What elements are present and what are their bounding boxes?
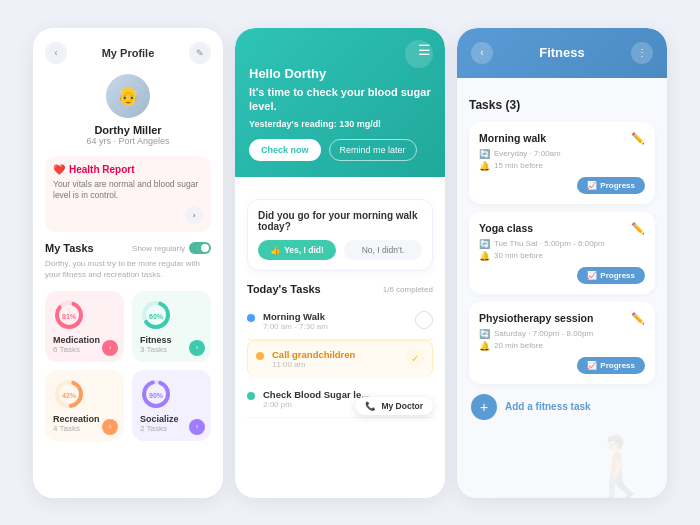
task-name-grandchildren: Call grandchildren xyxy=(272,349,398,360)
ft-edit-physiotherapy[interactable]: ✏️ xyxy=(631,312,645,325)
progress-btn-physiotherapy[interactable]: 📈 Progress xyxy=(577,357,645,374)
add-fitness-button[interactable]: + Add a fitness task xyxy=(469,394,655,420)
fitness-arrow[interactable]: › xyxy=(189,340,205,356)
ft-top-yoga: Yoga class ✏️ xyxy=(479,222,645,235)
today-progress: 1/6 completed xyxy=(383,285,433,294)
task-card-medication[interactable]: 81% Medication 6 Tasks › xyxy=(45,291,124,362)
recreation-arrow[interactable]: › xyxy=(102,419,118,435)
yes-button[interactable]: 👍 Yes, I did! xyxy=(258,240,336,260)
bell-icon-3: 🔔 xyxy=(479,341,490,351)
trend-icon-1: 📈 xyxy=(587,181,597,190)
task-info-morning-walk: Morning Walk 7:00 am - 7:30 am xyxy=(263,311,407,331)
task-card-socialize[interactable]: 90% Socialize 2 Tasks › xyxy=(132,370,211,441)
toggle-label: Show regularly xyxy=(132,244,185,253)
my-doctor-button[interactable]: 📞 My Doctor xyxy=(355,397,433,415)
reading-label: Yesterday's reading: xyxy=(249,119,337,129)
hero-section: ☰ Hello Dorthy It's time to check your b… xyxy=(235,28,445,178)
hero-subtitle: It's time to check your blood sugar leve… xyxy=(249,85,431,114)
recreation-donut: 42% xyxy=(53,378,85,410)
profile-header: ‹ My Profile ✎ xyxy=(45,42,211,64)
today-tasks-list: Morning Walk 7:00 am - 7:30 am Call gran… xyxy=(247,303,433,418)
today-tasks-title: Today's Tasks xyxy=(247,283,321,295)
task-card-recreation[interactable]: 42% Recreation 4 Tasks › xyxy=(45,370,124,441)
fitness-body: Tasks (3) Morning walk ✏️ 🔄 Everyday · 7… xyxy=(457,78,667,498)
ft-reminder-physiotherapy: 🔔 20 min before xyxy=(479,341,645,351)
phone-icon: 📞 xyxy=(365,401,376,411)
fitness-task-yoga: Yoga class ✏️ 🔄 Tue Thu Sat · 5:00pm - 6… xyxy=(469,212,655,294)
back-icon[interactable]: ‹ xyxy=(45,42,67,64)
toggle-dot xyxy=(201,244,209,252)
today-tasks-header: Today's Tasks 1/6 completed xyxy=(247,283,433,295)
task-time-grandchildren: 11:00 am xyxy=(272,360,398,369)
progress-btn-yoga[interactable]: 📈 Progress xyxy=(577,267,645,284)
toggle-switch[interactable] xyxy=(189,242,211,254)
fitness-header: ‹ Fitness ⋮ xyxy=(457,28,667,78)
task-dot-grandchildren xyxy=(256,352,264,360)
fitness-back-button[interactable]: ‹ xyxy=(471,42,493,64)
trend-icon-3: 📈 xyxy=(587,361,597,370)
ft-bottom-yoga: 📈 Progress xyxy=(479,267,645,284)
ft-name-physiotherapy: Physiotherapy session xyxy=(479,312,593,324)
task-dot-blood-sugar xyxy=(247,392,255,400)
hero-menu: ☰ xyxy=(249,42,431,58)
fitness-figure-decoration: 🚶 xyxy=(582,438,657,498)
task-item-blood-sugar[interactable]: Check Blood Sugar le... 2:00 pm 📞 My Doc… xyxy=(247,381,433,418)
svg-text:60%: 60% xyxy=(149,313,164,320)
ft-reminder-morning-walk: 🔔 15 min before xyxy=(479,161,645,171)
greeting-text: Hello Dorthy xyxy=(249,66,431,81)
ft-edit-morning-walk[interactable]: ✏️ xyxy=(631,132,645,145)
ft-top-morning-walk: Morning walk ✏️ xyxy=(479,132,645,145)
ft-edit-yoga[interactable]: ✏️ xyxy=(631,222,645,235)
hero-reading: Yesterday's reading: 130 mg/dl xyxy=(249,119,431,129)
profile-title: My Profile xyxy=(102,47,155,59)
socialize-donut: 90% xyxy=(140,378,172,410)
user-name: Dorthy Miller xyxy=(94,124,161,136)
socialize-arrow[interactable]: › xyxy=(189,419,205,435)
progress-btn-morning-walk[interactable]: 📈 Progress xyxy=(577,177,645,194)
fitness-title: Fitness xyxy=(539,45,585,60)
hero-decoration xyxy=(405,40,433,68)
check-now-button[interactable]: Check now xyxy=(249,139,321,161)
bell-icon-1: 🔔 xyxy=(479,161,490,171)
task-item-morning-walk[interactable]: Morning Walk 7:00 am - 7:30 am xyxy=(247,303,433,340)
ft-bottom-physiotherapy: 📈 Progress xyxy=(479,357,645,374)
add-fitness-label: Add a fitness task xyxy=(505,401,591,412)
fitness-task-physiotherapy: Physiotherapy session ✏️ 🔄 Saturday · 7:… xyxy=(469,302,655,384)
clock-icon-1: 🔄 xyxy=(479,149,490,159)
thumbs-up-icon: 👍 xyxy=(270,245,281,255)
ft-name-morning-walk: Morning walk xyxy=(479,132,546,144)
add-icon: + xyxy=(471,394,497,420)
health-report-arrow[interactable]: › xyxy=(185,206,203,224)
svg-text:81%: 81% xyxy=(62,313,77,320)
health-report-card: ❤️ Health Report Your vitals are normal … xyxy=(45,156,211,233)
task-card-fitness[interactable]: 60% Fitness 3 Tasks › xyxy=(132,291,211,362)
no-button[interactable]: No, I didn't. xyxy=(344,240,422,260)
task-item-grandchildren[interactable]: Call grandchildren 11:00 am ✓ xyxy=(247,340,433,377)
fitness-menu-button[interactable]: ⋮ xyxy=(631,42,653,64)
task-grid: 81% Medication 6 Tasks › 60% Fitness 3 T… xyxy=(45,291,211,441)
ft-bottom-morning-walk: 📈 Progress xyxy=(479,177,645,194)
question-buttons: 👍 Yes, I did! No, I didn't. xyxy=(258,240,422,260)
ft-schedule-physiotherapy: 🔄 Saturday · 7:00pm - 8:00pm xyxy=(479,329,645,339)
trend-icon-2: 📈 xyxy=(587,271,597,280)
clock-icon-3: 🔄 xyxy=(479,329,490,339)
show-regularly-toggle[interactable]: Show regularly xyxy=(132,242,211,254)
ft-name-yoga: Yoga class xyxy=(479,222,533,234)
my-tasks-title: My Tasks xyxy=(45,242,94,254)
medication-arrow[interactable]: › xyxy=(102,340,118,356)
health-report-title: ❤️ Health Report xyxy=(53,164,203,175)
avatar: 👴 xyxy=(106,74,150,118)
tasks-subtitle: Dorthy, you must try to be more regular … xyxy=(45,258,211,280)
health-report-text: Your vitals are normal and blood sugar l… xyxy=(53,179,203,203)
task-status-morning-walk xyxy=(415,311,433,329)
bell-icon-2: 🔔 xyxy=(479,251,490,261)
doctor-label: My Doctor xyxy=(381,401,423,411)
reading-value: 130 mg/dl xyxy=(339,119,381,129)
task-status-grandchildren: ✓ xyxy=(406,349,424,367)
fitness-donut: 60% xyxy=(140,299,172,331)
ft-schedule-morning-walk: 🔄 Everyday · 7:00am xyxy=(479,149,645,159)
edit-icon[interactable]: ✎ xyxy=(189,42,211,64)
my-tasks-header: My Tasks Show regularly xyxy=(45,242,211,254)
remind-later-button[interactable]: Remind me later xyxy=(329,139,417,161)
clock-icon-2: 🔄 xyxy=(479,239,490,249)
